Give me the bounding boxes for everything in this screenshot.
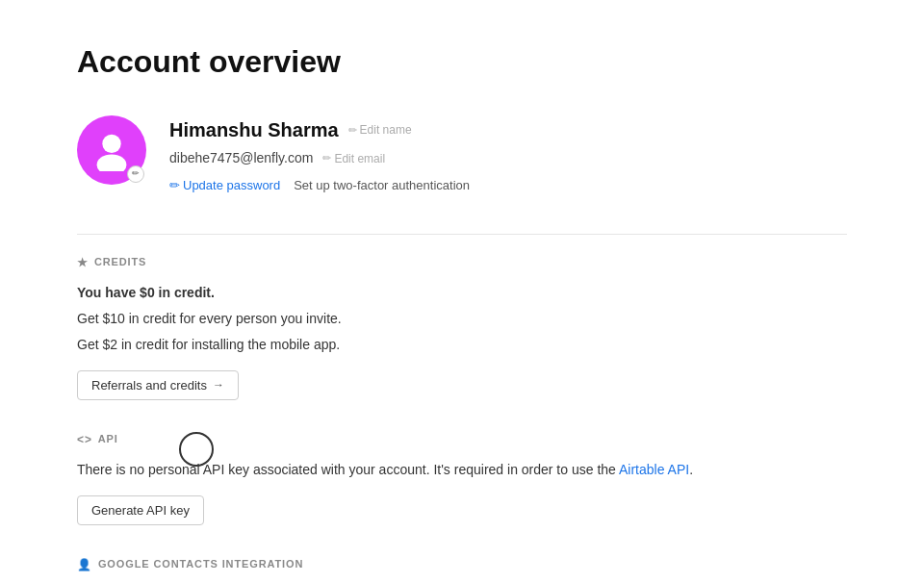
- api-body: There is no personal API key associated …: [77, 460, 847, 525]
- api-description: There is no personal API key associated …: [77, 460, 847, 480]
- edit-email-link[interactable]: ✏ Edit email: [322, 150, 385, 167]
- api-header: <> API: [77, 431, 847, 448]
- pencil-icon: ✏: [322, 150, 331, 166]
- avatar-edit-button[interactable]: ✏: [127, 165, 144, 183]
- credits-header: ★ CREDITS: [77, 254, 847, 271]
- credits-body: You have $0 in credit. Get $10 in credit…: [77, 283, 847, 400]
- profile-actions: ✏ Update password Set up two-factor auth…: [169, 176, 470, 195]
- edit-name-link[interactable]: ✏ Edit name: [348, 121, 412, 139]
- api-section: <> API There is no personal API key asso…: [77, 431, 847, 525]
- pencil-icon: ✏: [348, 122, 357, 139]
- profile-info: Himanshu Sharma ✏ Edit name dibehe7475@l…: [169, 115, 470, 195]
- page-title: Account overview: [77, 38, 847, 85]
- two-factor-link[interactable]: Set up two-factor authentication: [294, 176, 470, 195]
- contacts-icon: 👤: [77, 556, 92, 573]
- profile-email: dibehe7475@lenfly.com: [169, 148, 313, 168]
- avatar-wrapper: ✏: [77, 115, 146, 185]
- arrow-icon: →: [213, 378, 224, 392]
- svg-point-0: [102, 135, 120, 153]
- invite-credit-text: Get $10 in credit for every person you i…: [77, 309, 847, 329]
- generate-api-key-button[interactable]: Generate API key: [77, 495, 204, 525]
- credits-section: ★ CREDITS You have $0 in credit. Get $10…: [77, 254, 847, 400]
- section-divider: [77, 234, 847, 235]
- profile-section: ✏ Himanshu Sharma ✏ Edit name dibehe7475…: [77, 115, 847, 195]
- update-password-link[interactable]: ✏ Update password: [169, 176, 280, 195]
- code-icon: <>: [77, 431, 92, 448]
- pencil-icon: ✏: [132, 167, 140, 181]
- avatar-icon: [90, 129, 133, 171]
- profile-name-row: Himanshu Sharma ✏ Edit name: [169, 115, 470, 144]
- svg-point-1: [97, 154, 127, 171]
- pencil-icon: ✏: [169, 176, 180, 195]
- referrals-credits-button[interactable]: Referrals and credits →: [77, 370, 239, 400]
- google-contacts-header: 👤 GOOGLE CONTACTS INTEGRATION: [77, 556, 847, 573]
- app-credit-text: Get $2 in credit for installing the mobi…: [77, 335, 847, 355]
- profile-name: Himanshu Sharma: [169, 115, 339, 144]
- profile-email-row: dibehe7475@lenfly.com ✏ Edit email: [169, 148, 470, 168]
- credit-balance: You have $0 in credit.: [77, 283, 847, 303]
- google-contacts-section: 👤 GOOGLE CONTACTS INTEGRATION Allow Airt…: [77, 556, 847, 584]
- airtable-api-link[interactable]: Airtable API: [619, 462, 689, 477]
- star-icon: ★: [77, 254, 89, 271]
